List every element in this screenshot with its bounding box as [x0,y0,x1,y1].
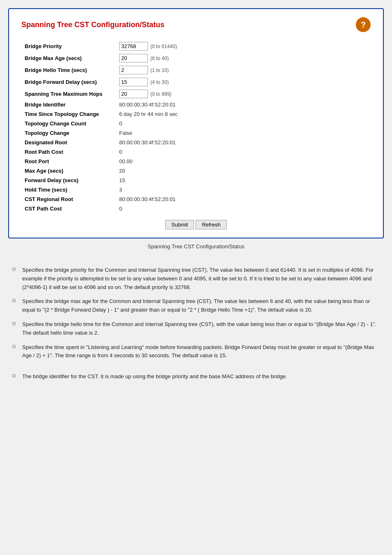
field-value: 0 [116,204,371,213]
field-hint: (1 to 10) [150,67,169,73]
page-wrapper: Spanning Tree CST Configuration/Status ?… [8,8,384,381]
form-row: CST Path Cost0 [21,204,371,213]
field-value: 80:00:00:30:4f:52:20:01 [116,100,371,109]
field-value: 0 [116,147,371,157]
form-row: Bridge Forward Delay (secs)(4 to 30) [21,76,371,88]
form-row: Spanning Tree Maximum Hops(0 to 999) [21,88,371,100]
form-row: Time Since Topology Change6 day 20 hr 44… [21,109,371,119]
field-value[interactable]: (0 to 61440) [116,40,371,52]
help-item-text: Specifies the bridge max age for the Com… [22,297,380,314]
panel-caption: Spanning Tree CST Configuration/Status [8,243,384,250]
field-label: Topology Change [21,128,116,138]
field-input-3[interactable] [119,78,148,86]
help-item: Specifies the bridge priority for the Co… [12,266,380,291]
field-value: 0 [116,119,371,128]
field-value: 80:00:00:30:4f:52:20:01 [116,194,371,204]
form-row: Designated Root80:00:00:30:4f:52:20:01 [21,138,371,147]
field-value[interactable]: (6 to 40) [116,52,371,64]
field-hint: (4 to 30) [150,79,169,85]
bullet-icon [12,322,16,325]
field-value: False [116,128,371,138]
field-input-2[interactable] [119,66,148,74]
form-row: Topology Change Count0 [21,119,371,128]
field-label: Bridge Identifier [21,100,116,109]
field-hint: (6 to 40) [150,56,169,61]
form-row: Root Port00.00 [21,157,371,166]
help-item: Specifies the bridge hello time for the … [12,320,380,338]
field-label: CST Path Cost [21,204,116,213]
field-label: Designated Root [21,138,116,147]
field-label: Max Age (secs) [21,166,116,176]
form-row: Root Path Cost0 [21,147,371,157]
field-label: Bridge Hello Time (secs) [21,64,116,76]
field-value: 6 day 20 hr 44 min 8 sec [116,109,371,119]
field-label: Bridge Max Age (secs) [21,52,116,64]
submit-button[interactable]: Submit [165,220,194,229]
help-item-text: The bridge identifier for the CST. It is… [22,372,287,381]
form-row: Max Age (secs)20 [21,166,371,176]
form-row: Topology ChangeFalse [21,128,371,138]
field-value[interactable]: (4 to 30) [116,76,371,88]
form-table: Bridge Priority(0 to 61440)Bridge Max Ag… [21,40,371,213]
field-hint: (0 to 61440) [150,44,177,49]
field-label: Root Path Cost [21,147,116,157]
form-row: Bridge Identifier80:00:00:30:4f:52:20:01 [21,100,371,109]
field-value: 80:00:00:30:4f:52:20:01 [116,138,371,147]
form-row: Hold Time (secs)3 [21,185,371,194]
field-value[interactable]: (0 to 999) [116,88,371,100]
field-label: Root Port [21,157,116,166]
form-row: Forward Delay (secs)15 [21,176,371,185]
form-row: Bridge Priority(0 to 61440) [21,40,371,52]
field-label: Hold Time (secs) [21,185,116,194]
bullet-icon [12,345,16,348]
refresh-button[interactable]: Refresh [196,220,227,229]
field-value[interactable]: (1 to 10) [116,64,371,76]
bullet-icon [12,299,16,302]
field-label: Spanning Tree Maximum Hops [21,88,116,100]
form-row: CST Regional Root80:00:00:30:4f:52:20:01 [21,194,371,204]
help-section: Specifies the bridge priority for the Co… [8,259,384,381]
panel-header: Spanning Tree CST Configuration/Status ? [21,17,371,32]
form-row: Bridge Max Age (secs)(6 to 40) [21,52,371,64]
field-label: Forward Delay (secs) [21,176,116,185]
field-label: Topology Change Count [21,119,116,128]
field-value: 20 [116,166,371,176]
help-icon[interactable]: ? [356,17,371,32]
field-input-1[interactable] [119,54,148,62]
button-row: Submit Refresh [21,220,371,229]
help-item: Specifies the time spent in "Listening a… [12,343,380,361]
help-item-text: Specifies the time spent in "Listening a… [22,343,380,361]
field-label: Time Since Topology Change [21,109,116,119]
field-input-0[interactable] [119,42,148,51]
help-item: Specifies the bridge max age for the Com… [12,297,380,314]
form-row: Bridge Hello Time (secs)(1 to 10) [21,64,371,76]
panel-title: Spanning Tree CST Configuration/Status [21,21,164,29]
config-panel: Spanning Tree CST Configuration/Status ?… [8,8,384,238]
bullet-icon [12,268,16,271]
help-item-text: Specifies the bridge priority for the Co… [22,266,380,291]
field-label: Bridge Priority [21,40,116,52]
field-value: 00.00 [116,157,371,166]
bullet-icon [12,374,16,377]
field-label: Bridge Forward Delay (secs) [21,76,116,88]
help-item-text: Specifies the bridge hello time for the … [22,320,380,338]
field-value: 15 [116,176,371,185]
field-label: CST Regional Root [21,194,116,204]
help-item: The bridge identifier for the CST. It is… [12,372,380,381]
field-input-4[interactable] [119,90,148,98]
field-value: 3 [116,185,371,194]
field-hint: (0 to 999) [150,91,171,97]
